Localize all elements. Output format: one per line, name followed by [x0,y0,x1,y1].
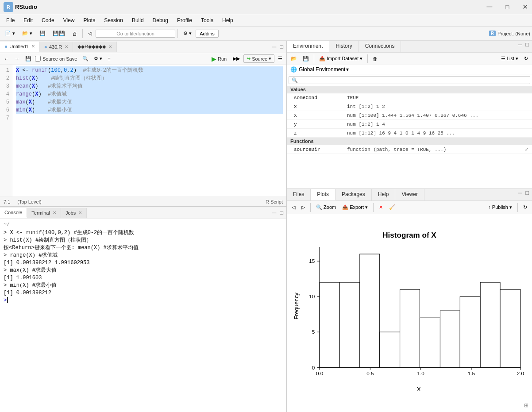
env-toolbar-sep [314,54,314,63]
editor-tab-misc[interactable]: ◆◆R◆◆◆◆◆ ✕ [73,42,117,52]
more-button[interactable]: ⚙ ▾ [92,55,104,62]
menu-build[interactable]: Build [127,16,148,24]
back-button[interactable]: ◁ [85,29,95,38]
plots-back-button[interactable]: ◁ [289,204,297,211]
code-area[interactable]: X <- runif(100,0,2) #生成0-2的一百个随机数 hist(X… [12,65,286,196]
env-tab-environment[interactable]: Environment [287,41,329,52]
plots-forward-button[interactable]: ▷ [299,204,307,211]
menu-profile[interactable]: Profile [173,16,197,24]
console-minimize[interactable]: ─ [271,209,278,216]
plots-minimize[interactable]: ─ [517,189,523,200]
editor-toolbar: ← → 💾 Source on Save 🔍 ⚙ ▾ ≡ ▶ Run ▶▶ [0,53,286,65]
new-file-button[interactable]: 📄 ▾ [2,29,18,38]
zoom-button[interactable]: 🔍 Zoom [314,204,338,211]
minimize-button[interactable]: ─ [486,4,493,11]
x-label-0: 0.0 [316,370,324,376]
console-maximize[interactable]: □ [278,209,285,216]
plots-tab-packages[interactable]: Packages [335,189,372,200]
menu-help[interactable]: Help [218,16,238,24]
console-tab-jobs[interactable]: Jobs ✕ [61,208,87,218]
source-on-save-checkbox[interactable] [35,56,41,62]
env-tab-connections[interactable]: Connections [359,41,401,52]
goto-input[interactable]: Go to file/function [96,30,175,38]
env-save-button[interactable]: 💾 [301,55,311,62]
find-button[interactable]: 🔍 [80,55,91,62]
tab-close-misc[interactable]: ✕ [108,44,112,49]
plots-refresh-button[interactable]: ↻ [521,204,529,211]
source-on-save-text: Source on Save [42,56,77,62]
env-maximize[interactable]: □ [524,41,530,52]
env-fn-name-sourcedir[interactable]: sourceDir [294,147,347,152]
plots-maximize[interactable]: □ [524,189,530,200]
env-refresh-button[interactable]: ↻ [522,55,530,62]
menu-session[interactable]: Session [100,16,127,24]
delete-plot-button[interactable]: ✕ [377,204,385,211]
env-tab-history[interactable]: History [329,41,359,52]
run-button[interactable]: ▶ Run [209,54,229,63]
source-button[interactable]: ↪ Source ▾ [243,54,274,63]
project-label: Project: (None) [497,31,530,36]
grid-icon[interactable]: ⊞ [524,402,528,408]
menu-tools[interactable]: Tools [197,16,218,24]
menu-debug[interactable]: Debug [148,16,173,24]
console-tab-console[interactable]: Console [0,208,27,218]
menu-code[interactable]: Code [37,16,59,24]
addins-button[interactable]: Addins [196,30,219,38]
plots-tab-viewer[interactable]: Viewer [395,189,424,200]
plots-tab-strip: Files Plots Packages Help Viewer ─ □ [287,189,532,201]
maximize-button[interactable]: □ [504,4,511,11]
tools-button[interactable]: ⚙ ▾ [180,29,195,38]
env-var-name-z[interactable]: z [294,131,347,136]
terminal-close[interactable]: ✕ [53,210,56,215]
env-minimize[interactable]: ─ [517,41,523,52]
console-body[interactable]: ~/ > X <- runif(100,0,2) #生成0-2的一百个随机数 >… [0,219,286,412]
env-var-name-somecond[interactable]: someCond [294,95,347,100]
print-button[interactable]: 🖨 [69,30,80,38]
editor-tab-430r[interactable]: ● 430.R ✕ [40,42,73,52]
publish-button[interactable]: ↑ Publish ▾ [486,204,514,211]
plots-tab-files[interactable]: Files [287,189,311,200]
menu-view[interactable]: View [59,16,79,24]
sourcedir-expand[interactable]: ⤢ [525,147,528,152]
editor-minimize[interactable]: ─ [271,43,278,50]
env-search-input[interactable] [289,76,530,84]
undo-button[interactable]: ← [2,55,11,62]
menu-edit[interactable]: Edit [19,16,37,24]
global-env-label[interactable]: Global Environment [299,66,345,73]
run-next-button[interactable]: ▶▶ [231,55,242,62]
broom-button[interactable]: 🧹 [387,204,397,211]
save-button[interactable]: 💾 [36,29,49,38]
export-button[interactable]: 📤 Export ▾ [340,204,370,211]
save-all-button[interactable]: 💾💾 [50,29,68,38]
menu-plots[interactable]: Plots [79,16,100,24]
open-file-button[interactable]: 📂 ▾ [19,29,35,38]
clear-env-button[interactable]: 🗑 [370,55,380,62]
left-panel: ● Untitled1 ✕ ● 430.R ✕ ◆◆R◆◆◆◆◆ ✕ [0,41,287,412]
env-body: Values someCond TRUE x int [1:2] 1 2 X n… [287,86,532,189]
env-var-val-x-int: int [1:2] 1 2 [347,104,528,109]
console-line-2: 按<Return>键来看下一个图: mean(X) #求算术平均值 [4,244,283,252]
editor-maximize[interactable]: □ [278,43,285,50]
env-var-name-X-num[interactable]: X [294,113,347,118]
plots-tab-plots[interactable]: Plots [311,189,335,200]
plots-tab-help[interactable]: Help [372,189,396,200]
menu-file[interactable]: File [2,16,19,24]
console-tab-terminal[interactable]: Terminal ✕ [27,208,61,218]
format-button[interactable]: ≡ [105,55,112,62]
env-var-name-y[interactable]: y [294,122,347,127]
tab-close-untitled1[interactable]: ✕ [31,44,35,49]
source-on-save-label[interactable]: Source on Save [35,56,77,62]
redo-button[interactable]: → [12,55,22,62]
save-editor-button[interactable]: 💾 [23,55,34,62]
histogram-chart: Histogram of X Frequency X [291,219,528,408]
editor-tab-untitled1[interactable]: ● Untitled1 ✕ [0,42,40,52]
list-view-button[interactable]: ☰ List ▾ [499,55,520,62]
close-button[interactable]: ✕ [521,4,528,11]
env-load-button[interactable]: 📂 [289,55,299,62]
options-button[interactable]: ☰ [276,55,285,62]
zoom-label: Zoom [324,204,336,210]
tab-close-430r[interactable]: ✕ [65,44,68,49]
jobs-close[interactable]: ✕ [78,210,82,215]
env-var-name-x-int[interactable]: x [294,104,347,109]
import-dataset-button[interactable]: 📥 Import Dataset ▾ [317,55,365,62]
